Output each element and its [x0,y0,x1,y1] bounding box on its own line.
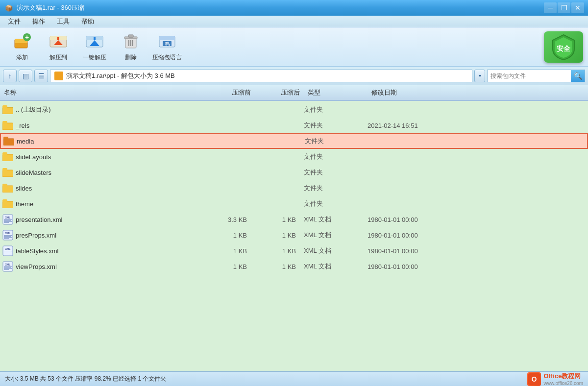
status-text: 大小: 3.5 MB 共 53 个文件 压缩率 98.2% 已经选择 1 个文件… [5,375,527,383]
file-type: 文件夹 [304,121,368,130]
svg-rect-51 [4,251,12,251]
file-type: XML 文档 [304,215,368,224]
file-icon: XML [2,261,14,272]
search-button[interactable]: 🔍 [571,70,585,82]
table-row[interactable]: XML presentation.xml 3.3 KB 1 KB XML 文档 … [0,212,588,227]
col-header-type[interactable]: 类型 [304,87,368,98]
status-bar: 大小: 3.5 MB 共 53 个文件 压缩率 98.2% 已经选择 1 个文件… [0,371,588,386]
file-type: 文件夹 [304,168,368,177]
col-header-name[interactable]: 名称 [0,87,206,98]
table-row[interactable]: XML tableStyles.xml 1 KB 1 KB XML 文档 198… [0,243,588,259]
table-row[interactable]: slideLayouts 文件夹 [0,149,588,165]
address-dropdown-button[interactable]: ▾ [474,70,485,82]
delete-button[interactable]: 删除 [114,30,148,64]
file-name: _rels [16,122,206,129]
security-button[interactable]: 安全 [544,31,583,63]
add-label: 添加 [16,53,28,62]
file-modified: 2021-02-14 16:51 [368,122,466,129]
table-row[interactable]: slideMasters 文件夹 [0,165,588,180]
menu-file[interactable]: 文件 [2,16,26,27]
svg-rect-14 [128,35,133,37]
view-list-button[interactable]: ▤ [19,70,32,82]
svg-rect-52 [4,252,11,252]
svg-rect-33 [2,186,13,193]
table-row[interactable]: media 文件夹 [0,133,588,149]
svg-rect-59 [4,268,12,269]
file-name: presProps.xml [16,232,206,239]
table-row[interactable]: _rels 文件夹 2021-02-14 16:51 [0,118,588,133]
file-name: theme [16,200,206,208]
menu-tools[interactable]: 工具 [51,16,75,27]
extract-to-icon [49,32,68,51]
svg-rect-19 [159,36,175,40]
svg-rect-28 [3,137,8,140]
extract-all-button[interactable]: 一键解压 [77,30,112,64]
file-type: XML 文档 [304,231,368,240]
svg-rect-45 [4,235,12,236]
col-header-date[interactable]: 修改日期 [368,87,466,98]
delete-icon [121,32,141,51]
add-button[interactable]: + 添加 [5,30,39,64]
compress-lang-icon: 码 [157,32,177,51]
app-icon: 📦 [4,3,14,13]
svg-rect-58 [4,267,11,268]
file-icon [2,198,14,210]
svg-text:XML: XML [5,232,11,235]
svg-rect-54 [4,254,9,254]
file-name: presentation.xml [16,216,206,223]
file-name: slides [16,185,206,192]
svg-rect-29 [2,154,13,161]
svg-text:XML: XML [5,263,11,266]
svg-rect-31 [2,170,13,177]
svg-rect-35 [2,201,13,208]
extract-all-label: 一键解压 [83,53,106,62]
file-type: 文件夹 [305,137,368,145]
table-row[interactable]: XML viewProps.xml 1 KB 1 KB XML 文档 1980-… [0,259,588,274]
svg-rect-41 [4,221,12,222]
file-size-after: 1 KB [255,216,304,223]
address-text: 演示文稿1.rar\ppt - 解包大小为 3.6 MB [66,72,175,80]
file-size-before: 1 KB [206,232,255,239]
file-icon: XML [2,214,14,225]
svg-rect-53 [4,253,12,253]
svg-rect-42 [4,222,9,223]
col-header-after[interactable]: 压缩后 [255,87,304,98]
menu-operate[interactable]: 操作 [26,16,51,27]
minimize-button[interactable]: ─ [544,2,557,13]
svg-text:XML: XML [5,216,11,219]
table-row[interactable]: theme 文件夹 [0,196,588,212]
close-button[interactable]: ✕ [571,2,584,13]
file-name: media [17,138,207,145]
restore-button[interactable]: ❐ [558,2,570,13]
file-name: slideLayouts [16,153,206,161]
col-header-before[interactable]: 压缩前 [206,87,255,98]
extract-to-button[interactable]: 解压到 [41,30,75,64]
file-type: 文件夹 [304,105,368,114]
file-size-after: 1 KB [255,247,304,255]
file-icon [2,167,14,178]
file-size-after: 1 KB [255,232,304,239]
office-url: www.office26.com [544,381,583,386]
svg-rect-48 [4,238,9,239]
file-type: 文件夹 [304,152,368,161]
search-input[interactable] [488,72,571,79]
file-size-before: 1 KB [206,263,255,270]
address-input[interactable]: 演示文稿1.rar\ppt - 解包大小为 3.6 MB [50,70,472,82]
table-row[interactable]: .. (上级目录) 文件夹 [0,102,588,118]
svg-text:+: + [25,33,29,41]
menu-help[interactable]: 帮助 [75,16,100,27]
file-icon [2,182,14,194]
view-grid-button[interactable]: ☰ [34,70,48,82]
table-row[interactable]: slides 文件夹 [0,180,588,196]
svg-rect-7 [57,37,59,40]
svg-rect-47 [4,237,12,238]
file-icon [2,151,14,163]
menu-bar: 文件 操作 工具 帮助 [0,16,588,27]
svg-rect-32 [2,168,7,171]
compress-lang-button[interactable]: 码 压缩包语言 [150,30,184,64]
table-row[interactable]: XML presProps.xml 1 KB 1 KB XML 文档 1980-… [0,227,588,243]
up-dir-button[interactable]: ↑ [3,70,17,82]
toolbar: + 添加 解压到 一键解压 [0,27,588,67]
delete-label: 删除 [125,53,137,62]
file-size-before: 3.3 KB [206,216,255,223]
